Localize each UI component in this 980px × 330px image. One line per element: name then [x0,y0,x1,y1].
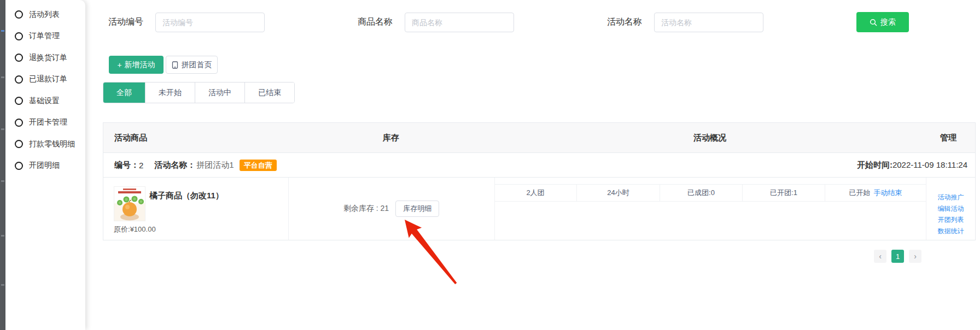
overview-duration: 24小时 [577,185,660,201]
remaining-stock-value: 21 [381,204,389,213]
groupbuy-home-button[interactable]: 拼团首页 [166,56,218,74]
sidebar-item-group-open-detail[interactable]: 开团明细 [5,155,85,177]
overview-groups-completed: 已成团:0 [660,185,743,201]
remaining-stock-text: 剩余库存 : 21 [343,204,389,214]
tab-in-progress[interactable]: 活动中 [195,82,244,103]
tab-not-started[interactable]: 未开始 [145,82,195,103]
strip-fragment [1,284,4,286]
status-text: 已开始 [849,188,871,198]
platform-self-operated-badge: 平台自营 [240,160,277,171]
circle-bullet-icon [15,162,23,170]
sidebar-item-label: 开团卡管理 [29,117,67,127]
header-manage: 管理 [921,123,976,152]
prev-page-button[interactable]: ‹ [874,250,886,263]
sidebar-item-basic-settings[interactable]: 基础设置 [5,90,85,112]
sidebar-item-label: 基础设置 [29,96,60,106]
groupbuy-home-label: 拼团首页 [182,60,212,70]
start-time-value: 2022-11-09 18:11:24 [892,160,967,169]
activity-row: 橘子商品（勿改11） 原价:¥100.00 剩余库存 : 21 库存明细 2人团… [103,178,975,240]
overview-status-cell: 已开始 手动结束 [825,185,926,201]
circle-bullet-icon [15,140,23,148]
sidebar-item-return-orders[interactable]: 退换货订单 [5,47,85,69]
data-statistics-link[interactable]: 数据统计 [926,226,976,237]
strip-fragment [1,180,4,182]
strip-fragment [1,235,4,237]
filter-group-activity-name: 活动名称 [607,13,763,32]
header-stock: 库存 [364,123,418,152]
table-header-row: 活动商品 库存 活动概况 管理 [103,123,975,153]
manage-cell: 活动推广 编辑活动 开团列表 数据统计 [926,192,976,237]
activity-table: 活动商品 库存 活动概况 管理 编号： 2 活动名称： 拼团活动1 平台自营 开… [103,122,976,240]
activity-id-value: 2 [139,161,143,170]
group-list-link[interactable]: 开团列表 [926,214,976,226]
search-button-label: 搜索 [880,17,896,27]
filter-label: 活动名称 [607,16,642,28]
edit-activity-link[interactable]: 编辑活动 [926,203,976,215]
sidebar-item-label: 活动列表 [29,10,60,20]
filter-group-activity-id: 活动编号 [108,13,265,32]
circle-bullet-icon [15,54,23,62]
current-page-button[interactable]: 1 [891,250,904,263]
activity-name-label: 活动名称： [154,160,195,170]
filter-label: 活动编号 [108,16,143,28]
remaining-stock-label: 剩余库存 : [343,204,381,213]
start-time-label: 开始时间: [857,160,892,169]
sidebar-item-group-card-management[interactable]: 开团卡管理 [5,112,85,134]
product-image [114,186,145,221]
next-page-button[interactable]: › [909,250,921,263]
sidebar-item-activity-list[interactable]: 活动列表 [5,4,85,26]
circle-bullet-icon [15,10,23,19]
circle-bullet-icon [15,32,23,40]
sidebar-item-label: 退换货订单 [29,53,67,63]
tab-ended[interactable]: 已结束 [244,82,294,103]
search-icon [870,19,877,26]
sidebar-item-label: 订单管理 [29,31,60,41]
product-name-input[interactable] [405,13,514,32]
start-time: 开始时间:2022-11-09 18:11:24 [857,160,967,170]
sidebar-item-payout-detail[interactable]: 打款零钱明细 [5,133,85,155]
sidebar: 活动列表 订单管理 退换货订单 已退款订单 基础设置 开团卡管理 打款零钱明细 [5,0,85,330]
overview-group-size: 2人团 [494,185,577,201]
tab-all[interactable]: 全部 [103,82,145,103]
collapsed-left-panel [0,0,5,330]
sidebar-item-label: 打款零钱明细 [29,139,75,149]
filter-row: 活动编号 商品名称 活动名称 搜索 [108,12,909,32]
activity-overview-grid: 2人团 24小时 已成团:0 已开团:1 已开始 手动结束 [494,184,926,202]
product-original-price: 原价:¥100.00 [114,225,156,234]
group-buy-admin-page: 活动列表 订单管理 退换货订单 已退款订单 基础设置 开团卡管理 打款零钱明细 [0,0,980,330]
header-activity-overview: 活动概况 [682,123,737,152]
overview-groups-opened: 已开团:1 [743,185,825,201]
promote-activity-link[interactable]: 活动推广 [926,192,976,203]
strip-fragment [1,128,4,130]
plus-icon: + [117,61,121,69]
activity-meta-row: 编号： 2 活动名称： 拼团活动1 平台自营 开始时间:2022-11-09 1… [103,153,975,178]
sidebar-item-refunded-orders[interactable]: 已退款订单 [5,69,85,91]
pagination: ‹ 1 › [874,250,921,263]
phone-icon [172,61,178,69]
add-activity-label: 新增活动 [125,60,155,70]
circle-bullet-icon [15,119,23,127]
filter-label: 商品名称 [358,16,393,28]
circle-bullet-icon [15,75,23,84]
sidebar-item-order-management[interactable]: 订单管理 [5,26,85,48]
stock-detail-button[interactable]: 库存明细 [395,201,439,217]
circle-bullet-icon [15,97,23,105]
manual-end-link[interactable]: 手动结束 [874,188,902,198]
strip-fragment [1,76,4,78]
price-value: ¥100.00 [130,225,156,233]
activity-id-input[interactable] [155,13,265,32]
sidebar-item-label: 已退款订单 [29,74,67,84]
stock-cell: 剩余库存 : 21 库存明细 [288,178,494,240]
add-activity-button[interactable]: + 新增活动 [109,56,164,74]
activity-name-value: 拼团活动1 [196,160,234,170]
activity-id-label: 编号： [114,160,139,170]
price-label: 原价: [114,225,130,233]
activity-name-input[interactable] [654,13,763,32]
sidebar-item-label: 开团明细 [29,161,60,170]
product-title: 橘子商品（勿改11） [149,191,224,201]
header-activity-product: 活动商品 [114,123,147,152]
search-button[interactable]: 搜索 [856,12,909,32]
strip-fragment [1,30,4,32]
status-tabs: 全部 未开始 活动中 已结束 [103,82,295,103]
filter-group-product-name: 商品名称 [358,13,514,32]
